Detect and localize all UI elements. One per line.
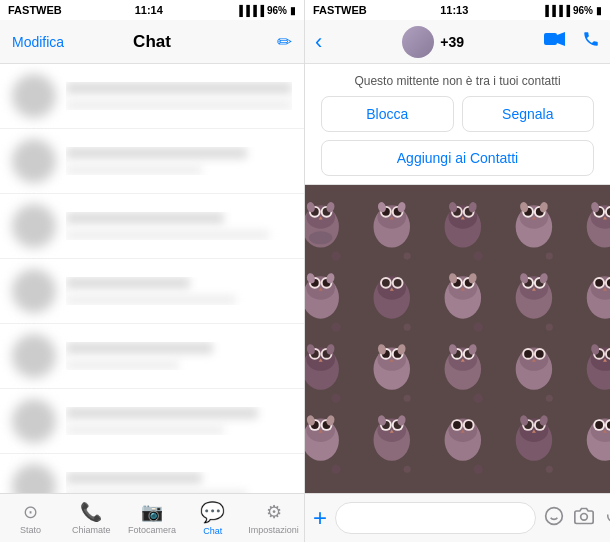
chat-info (66, 212, 292, 240)
compose-button[interactable]: ✏ (277, 31, 292, 53)
svg-point-176 (473, 251, 482, 260)
contact-info[interactable]: +39 (402, 26, 464, 58)
fotocamera-icon: 📷 (141, 501, 163, 523)
svg-point-184 (331, 393, 340, 402)
avatar (12, 399, 56, 443)
chat-list (0, 64, 304, 493)
chat-body (305, 185, 610, 493)
list-item[interactable] (0, 389, 304, 454)
left-header: Modifica Chat ✏ (0, 20, 304, 64)
svg-point-191 (473, 465, 482, 474)
chat-name (66, 82, 292, 94)
right-time: 11:13 (440, 4, 468, 16)
chat-preview (66, 360, 179, 370)
signal-icon: ▐▐▐▐ (236, 5, 264, 16)
list-item[interactable] (0, 324, 304, 389)
svg-point-187 (546, 395, 553, 402)
left-status-bar: FASTWEB 11:14 ▐▐▐▐ 96% ▮ (0, 0, 304, 20)
svg-point-61 (382, 279, 390, 287)
unknown-sender-banner: Questo mittente non è tra i tuoi contatt… (305, 64, 610, 185)
left-time: 11:14 (135, 4, 163, 16)
add-contact-button[interactable]: Aggiungi ai Contatti (321, 140, 594, 176)
chat-name (66, 342, 213, 354)
svg-point-154 (453, 421, 461, 429)
right-panel: FASTWEB 11:13 ▐▐▐▐ 96% ▮ ‹ +39 (305, 0, 610, 542)
right-battery-area: ▐▐▐▐ 96% ▮ (542, 5, 602, 16)
svg-point-190 (404, 466, 411, 473)
right-input-bar: + (305, 493, 610, 542)
tab-fotocamera-label: Fotocamera (128, 525, 176, 535)
avatar (12, 464, 56, 493)
chat-preview (66, 295, 236, 305)
left-battery-area: ▐▐▐▐ 96% ▮ (236, 5, 296, 16)
unknown-sender-text: Questo mittente non è tra i tuoi contatt… (321, 74, 594, 88)
list-item[interactable] (0, 194, 304, 259)
chat-info (66, 342, 292, 370)
chat-name (66, 472, 202, 484)
message-input[interactable] (335, 502, 536, 534)
list-item[interactable] (0, 129, 304, 194)
tab-chat[interactable]: 💬 Chat (182, 500, 243, 536)
avatar (12, 74, 56, 118)
list-item[interactable] (0, 259, 304, 324)
chat-preview (66, 100, 292, 110)
chiamate-icon: 📞 (80, 501, 102, 523)
chat-name (66, 407, 258, 419)
left-tab-bar: ⊙ Stato 📞 Chiamate 📷 Fotocamera 💬 Chat ⚙… (0, 493, 304, 542)
chat-name (66, 277, 190, 289)
chat-preview (66, 490, 247, 493)
chat-title: Chat (133, 32, 171, 52)
tab-chiamate[interactable]: 📞 Chiamate (61, 501, 122, 535)
tab-chiamate-label: Chiamate (72, 525, 111, 535)
tab-stato[interactable]: ⊙ Stato (0, 501, 61, 535)
svg-point-197 (581, 513, 588, 520)
svg-point-63 (394, 279, 402, 287)
right-battery-icon: ▮ (596, 5, 602, 16)
emoji-button[interactable] (544, 506, 564, 531)
avatar (12, 334, 56, 378)
list-item[interactable] (0, 64, 304, 129)
left-panel: FASTWEB 11:14 ▐▐▐▐ 96% ▮ Modifica Chat ✏ (0, 0, 305, 542)
add-attachment-button[interactable]: + (313, 504, 327, 532)
block-button[interactable]: Blocca (321, 96, 454, 132)
battery-icon: ▮ (290, 5, 296, 16)
avatar (12, 204, 56, 248)
mic-button[interactable] (604, 506, 610, 531)
tab-stato-label: Stato (20, 525, 41, 535)
svg-point-186 (473, 393, 482, 402)
left-header-wrapper: Modifica Chat ✏ (12, 31, 292, 53)
stato-icon: ⊙ (23, 501, 38, 523)
svg-rect-0 (544, 33, 557, 45)
right-header: ‹ +39 (305, 20, 610, 64)
left-carrier: FASTWEB (8, 4, 62, 16)
input-action-buttons (544, 506, 610, 531)
chat-info (66, 82, 292, 110)
chat-info (66, 472, 292, 493)
contact-name: +39 (440, 34, 464, 50)
svg-point-194 (546, 507, 563, 524)
tab-chat-label: Chat (203, 526, 222, 536)
svg-point-192 (546, 466, 553, 473)
left-battery: 96% (267, 5, 287, 16)
chat-preview (66, 425, 224, 435)
svg-point-185 (404, 395, 411, 402)
voice-call-button[interactable] (582, 30, 600, 53)
tab-impostazioni[interactable]: ⚙ Impostazioni (243, 501, 304, 535)
chat-name (66, 147, 247, 159)
tab-fotocamera[interactable]: 📷 Fotocamera (122, 501, 183, 535)
chat-icon: 💬 (200, 500, 225, 524)
back-button[interactable]: ‹ (315, 29, 322, 55)
owl-pattern-background (305, 185, 610, 493)
camera-button[interactable] (574, 506, 594, 531)
list-item[interactable] (0, 454, 304, 493)
report-button[interactable]: Segnala (462, 96, 595, 132)
edit-button[interactable]: Modifica (12, 34, 64, 50)
svg-point-179 (331, 322, 340, 331)
svg-point-189 (331, 465, 340, 474)
svg-point-156 (465, 421, 473, 429)
right-status-bar: FASTWEB 11:13 ▐▐▐▐ 96% ▮ (305, 0, 610, 20)
right-carrier: FASTWEB (313, 4, 367, 16)
video-call-button[interactable] (544, 31, 566, 52)
svg-point-86 (595, 279, 603, 287)
avatar (12, 139, 56, 183)
